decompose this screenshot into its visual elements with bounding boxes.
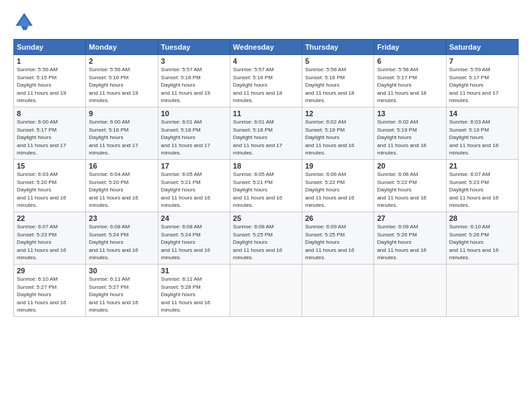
header [13, 11, 519, 32]
day-number: 1 [17, 57, 83, 65]
day-info: Sunrise: 6:00 AM Sunset: 5:17 PM Dayligh… [17, 118, 83, 157]
day-number: 5 [305, 57, 371, 65]
day-info: Sunrise: 6:03 AM Sunset: 5:19 PM Dayligh… [449, 118, 515, 157]
day-cell: 6 Sunrise: 5:58 AM Sunset: 5:17 PM Dayli… [374, 55, 446, 107]
week-row-5: 29 Sunrise: 6:10 AM Sunset: 5:27 PM Dayl… [14, 265, 519, 317]
day-info: Sunrise: 6:01 AM Sunset: 5:18 PM Dayligh… [161, 118, 227, 157]
day-number: 22 [17, 214, 83, 222]
day-number: 30 [89, 267, 154, 275]
day-info: Sunrise: 6:04 AM Sunset: 5:20 PM Dayligh… [89, 171, 154, 210]
header-day-sunday: Sunday [14, 40, 86, 55]
day-number: 16 [89, 162, 154, 170]
day-info: Sunrise: 6:10 AM Sunset: 5:26 PM Dayligh… [449, 223, 515, 262]
day-info: Sunrise: 6:02 AM Sunset: 5:19 PM Dayligh… [305, 118, 371, 157]
day-number: 20 [377, 162, 443, 170]
day-cell: 18 Sunrise: 6:05 AM Sunset: 5:21 PM Dayl… [230, 160, 302, 212]
day-number: 14 [449, 109, 515, 118]
day-cell: 21 Sunrise: 6:07 AM Sunset: 5:23 PM Dayl… [446, 160, 518, 212]
day-cell: 29 Sunrise: 6:10 AM Sunset: 5:27 PM Dayl… [14, 265, 86, 317]
week-row-4: 22 Sunrise: 6:07 AM Sunset: 5:23 PM Dayl… [14, 212, 519, 265]
day-info: Sunrise: 6:08 AM Sunset: 5:25 PM Dayligh… [233, 223, 299, 262]
day-number: 18 [233, 162, 299, 170]
day-info: Sunrise: 6:07 AM Sunset: 5:23 PM Dayligh… [17, 223, 83, 262]
day-cell: 9 Sunrise: 6:00 AM Sunset: 5:18 PM Dayli… [86, 107, 158, 160]
day-cell: 26 Sunrise: 6:09 AM Sunset: 5:25 PM Dayl… [302, 212, 374, 265]
day-cell: 3 Sunrise: 5:57 AM Sunset: 5:16 PM Dayli… [158, 55, 230, 107]
day-number: 8 [17, 109, 83, 118]
day-number: 13 [377, 109, 443, 118]
day-info: Sunrise: 5:57 AM Sunset: 5:16 PM Dayligh… [161, 66, 227, 105]
day-info: Sunrise: 5:56 AM Sunset: 5:16 PM Dayligh… [89, 66, 154, 105]
day-number: 7 [449, 57, 515, 65]
day-number: 2 [89, 57, 154, 65]
logo-icon [13, 11, 35, 32]
day-info: Sunrise: 5:58 AM Sunset: 5:17 PM Dayligh… [377, 66, 443, 105]
svg-marker-2 [21, 26, 28, 30]
day-info: Sunrise: 6:02 AM Sunset: 5:19 PM Dayligh… [377, 118, 443, 157]
day-cell: 2 Sunrise: 5:56 AM Sunset: 5:16 PM Dayli… [86, 55, 158, 107]
header-day-wednesday: Wednesday [230, 40, 302, 55]
day-number: 26 [305, 214, 371, 222]
day-number: 9 [89, 109, 154, 118]
day-number: 27 [377, 214, 443, 222]
day-info: Sunrise: 6:03 AM Sunset: 5:20 PM Dayligh… [17, 171, 83, 210]
day-number: 12 [305, 109, 371, 118]
header-day-thursday: Thursday [302, 40, 374, 55]
day-number: 4 [233, 57, 299, 65]
day-cell: 10 Sunrise: 6:01 AM Sunset: 5:18 PM Dayl… [158, 107, 230, 160]
day-cell [302, 265, 374, 317]
day-cell: 19 Sunrise: 6:06 AM Sunset: 5:22 PM Dayl… [302, 160, 374, 212]
day-number: 28 [449, 214, 515, 222]
day-number: 3 [161, 57, 227, 65]
day-number: 15 [17, 162, 83, 170]
day-cell: 22 Sunrise: 6:07 AM Sunset: 5:23 PM Dayl… [14, 212, 86, 265]
day-number: 6 [377, 57, 443, 65]
day-info: Sunrise: 6:08 AM Sunset: 5:24 PM Dayligh… [89, 223, 154, 262]
day-cell: 25 Sunrise: 6:08 AM Sunset: 5:25 PM Dayl… [230, 212, 302, 265]
day-cell: 1 Sunrise: 5:56 AM Sunset: 5:15 PM Dayli… [14, 55, 86, 107]
header-day-tuesday: Tuesday [158, 40, 230, 55]
day-number: 10 [161, 109, 227, 118]
day-info: Sunrise: 6:11 AM Sunset: 5:27 PM Dayligh… [89, 275, 154, 314]
day-cell: 13 Sunrise: 6:02 AM Sunset: 5:19 PM Dayl… [374, 107, 446, 160]
day-cell: 7 Sunrise: 5:59 AM Sunset: 5:17 PM Dayli… [446, 55, 518, 107]
day-info: Sunrise: 6:05 AM Sunset: 5:21 PM Dayligh… [233, 171, 299, 210]
day-cell: 14 Sunrise: 6:03 AM Sunset: 5:19 PM Dayl… [446, 107, 518, 160]
day-cell: 30 Sunrise: 6:11 AM Sunset: 5:27 PM Dayl… [86, 265, 158, 317]
day-info: Sunrise: 6:09 AM Sunset: 5:26 PM Dayligh… [377, 223, 443, 262]
day-info: Sunrise: 6:00 AM Sunset: 5:18 PM Dayligh… [89, 118, 154, 157]
day-cell: 23 Sunrise: 6:08 AM Sunset: 5:24 PM Dayl… [86, 212, 158, 265]
day-cell: 5 Sunrise: 5:58 AM Sunset: 5:16 PM Dayli… [302, 55, 374, 107]
day-cell: 16 Sunrise: 6:04 AM Sunset: 5:20 PM Dayl… [86, 160, 158, 212]
day-cell [374, 265, 446, 317]
calendar-page: SundayMondayTuesdayWednesdayThursdayFrid… [0, 0, 532, 411]
day-number: 11 [233, 109, 299, 118]
day-number: 21 [449, 162, 515, 170]
calendar-table: SundayMondayTuesdayWednesdayThursdayFrid… [13, 39, 519, 317]
day-number: 17 [161, 162, 227, 170]
day-cell: 20 Sunrise: 6:06 AM Sunset: 5:22 PM Dayl… [374, 160, 446, 212]
day-cell: 15 Sunrise: 6:03 AM Sunset: 5:20 PM Dayl… [14, 160, 86, 212]
day-cell: 24 Sunrise: 6:08 AM Sunset: 5:24 PM Dayl… [158, 212, 230, 265]
day-number: 19 [305, 162, 371, 170]
day-number: 24 [161, 214, 227, 222]
day-cell: 4 Sunrise: 5:57 AM Sunset: 5:16 PM Dayli… [230, 55, 302, 107]
day-info: Sunrise: 6:01 AM Sunset: 5:18 PM Dayligh… [233, 118, 299, 157]
day-info: Sunrise: 6:06 AM Sunset: 5:22 PM Dayligh… [305, 171, 371, 210]
day-cell: 11 Sunrise: 6:01 AM Sunset: 5:18 PM Dayl… [230, 107, 302, 160]
day-info: Sunrise: 6:09 AM Sunset: 5:25 PM Dayligh… [305, 223, 371, 262]
day-info: Sunrise: 5:58 AM Sunset: 5:16 PM Dayligh… [305, 66, 371, 105]
header-day-monday: Monday [86, 40, 158, 55]
day-info: Sunrise: 6:11 AM Sunset: 5:28 PM Dayligh… [161, 275, 227, 314]
day-info: Sunrise: 6:10 AM Sunset: 5:27 PM Dayligh… [17, 275, 83, 314]
day-cell: 28 Sunrise: 6:10 AM Sunset: 5:26 PM Dayl… [446, 212, 518, 265]
header-day-friday: Friday [374, 40, 446, 55]
day-info: Sunrise: 6:05 AM Sunset: 5:21 PM Dayligh… [161, 171, 227, 210]
day-cell: 31 Sunrise: 6:11 AM Sunset: 5:28 PM Dayl… [158, 265, 230, 317]
week-row-2: 8 Sunrise: 6:00 AM Sunset: 5:17 PM Dayli… [14, 107, 519, 160]
day-info: Sunrise: 5:59 AM Sunset: 5:17 PM Dayligh… [449, 66, 515, 105]
day-cell: 8 Sunrise: 6:00 AM Sunset: 5:17 PM Dayli… [14, 107, 86, 160]
day-number: 29 [17, 267, 83, 275]
week-row-1: 1 Sunrise: 5:56 AM Sunset: 5:15 PM Dayli… [14, 55, 519, 107]
logo [13, 11, 38, 32]
